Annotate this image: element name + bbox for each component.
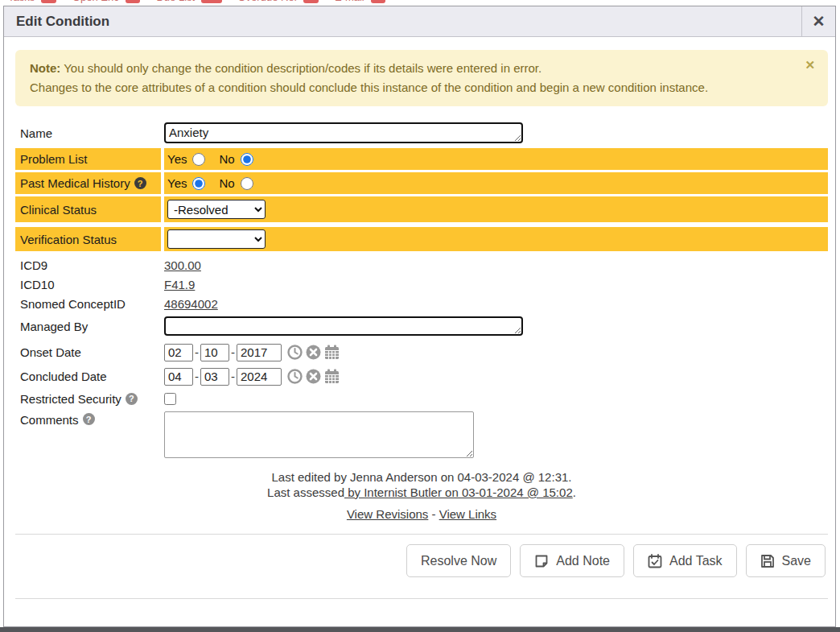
onset-year-input[interactable] [237,344,282,361]
save-icon [760,554,775,568]
nav-count-badge: 4 [41,0,56,3]
onset-day-input[interactable] [200,344,229,361]
managed-by-label: Managed By [15,320,161,333]
clock-icon[interactable] [287,345,303,360]
background-page-strip: Tasks4 Open Enc1 Due List10 Overdue Ref1… [0,0,840,6]
concluded-day-input[interactable] [200,368,229,386]
clear-date-icon[interactable] [306,369,321,384]
clinical-status-select[interactable]: -Resolved [167,200,266,219]
pmh-no-label: No [219,176,234,190]
date-separator: - [195,345,199,359]
name-input[interactable]: Anxiety [164,122,523,143]
field-row-clinical-status: Clinical Status -Resolved [15,196,828,222]
pmh-radio-group: Yes No [167,176,261,190]
nav-label: Open Enc [72,0,119,3]
comments-label: Comments [20,413,79,427]
background-nav: Tasks4 Open Enc1 Due List10 Overdue Ref1… [0,0,840,5]
actions-divider [15,534,828,535]
dialog-titlebar: Edit Condition ✕ [4,6,835,37]
page-bottom-edge [0,627,840,632]
last-assessed-suffix: . [573,485,576,499]
restricted-security-label: Restricted Security [20,392,121,406]
nav-label: Tasks [8,0,35,3]
icd10-code-link[interactable]: F41.9 [164,278,195,291]
field-row-verification-status: Verification Status [15,227,828,251]
problem-list-yes-radio[interactable] [192,153,205,166]
nav-count-badge: 10 [201,0,221,3]
save-button[interactable]: Save [746,544,826,577]
field-row-icd10: ICD10 F41.9 [15,275,828,294]
add-note-button[interactable]: Add Note [520,544,624,577]
concluded-year-input[interactable] [237,368,282,386]
add-task-button[interactable]: Add Task [633,544,737,577]
view-links-link[interactable]: View Links [439,507,496,521]
verification-status-label: Verification Status [15,227,161,251]
note-text-1: You should only change the condition des… [60,61,541,75]
clinical-status-label: Clinical Status [15,196,161,222]
managed-by-input[interactable] [164,316,523,336]
icd9-label: ICD9 [15,258,161,272]
add-note-label: Add Note [556,554,610,568]
help-icon[interactable]: ? [126,393,138,405]
note-line-1: Note: You should only change the conditi… [30,59,796,78]
dialog-close-button[interactable]: ✕ [801,6,835,36]
concluded-month-input[interactable] [164,368,193,386]
links-separator: - [428,507,439,521]
onset-date-label: Onset Date [15,345,161,359]
nav-item-overdue-ref[interactable]: Overdue Ref1 [238,0,319,3]
restricted-security-checkbox[interactable] [164,393,176,405]
problem-list-radio-group: Yes No [167,152,261,166]
footer-divider [15,598,828,599]
problem-list-no-radio[interactable] [241,153,253,166]
date-separator: - [195,370,199,383]
warning-note-banner: Note: You should only change the conditi… [15,50,828,106]
onset-month-input[interactable] [164,344,193,361]
pmh-yes-label: Yes [167,176,187,190]
nav-count-badge: 2 [371,0,386,3]
nav-item-email[interactable]: E-mail2 [335,0,386,3]
pmh-no-radio[interactable] [241,177,253,190]
icd10-label: ICD10 [15,278,161,291]
snomed-code-link[interactable]: 48694002 [164,297,218,311]
help-icon[interactable]: ? [83,413,95,425]
help-icon[interactable]: ? [134,177,146,189]
nav-item-open-enc[interactable]: Open Enc1 [72,0,141,3]
calendar-icon[interactable] [324,369,340,384]
edit-condition-dialog: Edit Condition ✕ Note: You should only c… [3,6,836,627]
close-icon: ✕ [813,14,826,29]
pmh-yes-radio[interactable] [192,177,205,190]
verification-status-select[interactable] [167,229,266,249]
field-row-problem-list: Problem List Yes No [15,148,828,170]
nav-item-tasks[interactable]: Tasks4 [8,0,56,3]
field-row-icd9: ICD9 300.00 [15,256,828,275]
field-row-restricted-security: Restricted Security ? [15,390,828,407]
nav-label: Overdue Ref [238,0,298,3]
field-row-past-medical-history: Past Medical History ? Yes No [15,172,828,194]
revision-links: View Revisions - View Links [15,506,828,523]
nav-label: E-mail [335,0,364,3]
field-row-comments: Comments ? [15,411,828,463]
comments-input[interactable] [164,411,474,458]
name-label: Name [15,126,161,140]
clock-icon[interactable] [287,369,303,384]
last-assessed-text: Last assessed by Internist Butler on 03-… [15,485,828,500]
resolve-now-label: Resolve Now [421,554,496,568]
icd9-code-link[interactable]: 300.00 [164,258,201,272]
note-dismiss-icon[interactable]: ✕ [805,59,815,71]
clear-date-icon[interactable] [306,345,321,360]
note-prefix: Note: [30,61,60,75]
dialog-content: Note: You should only change the conditi… [4,37,835,599]
resolve-now-button[interactable]: Resolve Now [406,544,511,577]
task-calendar-icon [648,554,662,568]
nav-item-due-list[interactable]: Due List10 [156,0,221,3]
last-assessed-prefix: Last assessed [267,485,344,499]
nav-label: Due List [156,0,195,3]
note-icon [534,554,549,568]
add-task-label: Add Task [669,554,723,568]
view-revisions-link[interactable]: View Revisions [347,507,428,521]
problem-list-no-label: No [219,152,234,166]
calendar-icon[interactable] [324,345,340,360]
dialog-title: Edit Condition [4,14,109,30]
past-medical-history-label: Past Medical History [20,176,130,190]
last-assessed-link[interactable]: by Internist Butler on 03-01-2024 @ 15:0… [344,485,573,499]
